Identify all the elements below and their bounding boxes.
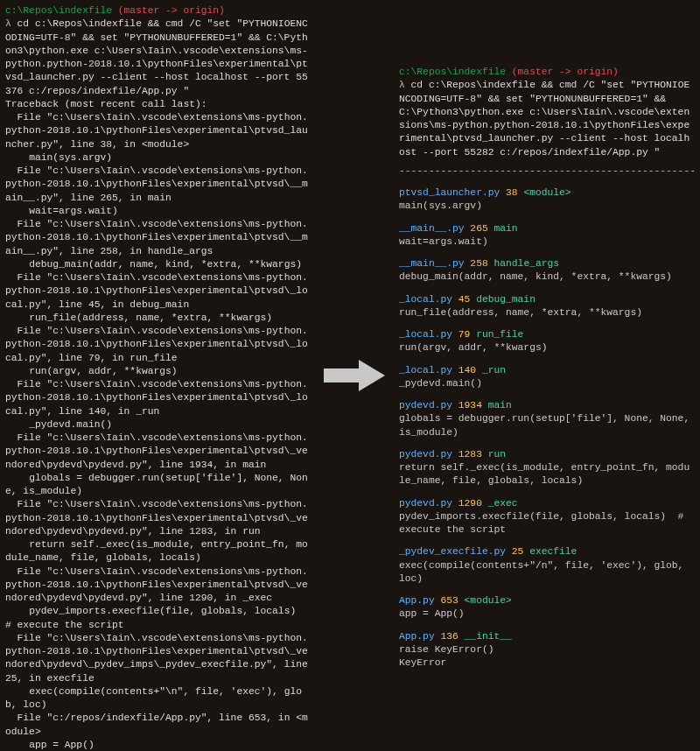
traceback-frames: File "c:\Users\Iain\.vscode\extensions\m… xyxy=(5,111,310,751)
clean-frame: _local.py 45 debug_mainrun_file(address,… xyxy=(399,293,695,320)
left-terminal-pane: c:\Repos\indexfile (master -> origin) λ … xyxy=(0,0,315,751)
file-link[interactable]: _local.py xyxy=(399,329,452,340)
function-name: run xyxy=(488,449,506,460)
line-number: 1934 xyxy=(458,400,482,411)
line-number: 79 xyxy=(458,329,471,340)
clean-frame: __main__.py 258 handle_argsdebug_main(ad… xyxy=(399,257,695,284)
function-name: debug_main xyxy=(476,294,536,305)
clean-frame-head: __main__.py 258 handle_args xyxy=(399,257,695,270)
line-number: 265 xyxy=(470,223,487,234)
file-link[interactable]: App.py xyxy=(399,595,435,606)
line-number: 1290 xyxy=(458,498,482,509)
clean-frame: _local.py 140 _run_pydevd.main() xyxy=(399,364,695,391)
clean-frame: _local.py 79 run_filerun(argv, addr, **k… xyxy=(399,328,695,355)
file-link[interactable]: _pydev_execfile.py xyxy=(399,546,506,557)
file-link[interactable]: ptvsd_launcher.py xyxy=(399,187,500,198)
clean-frame-head: ptvsd_launcher.py 38 <module> xyxy=(399,186,695,200)
clean-frame-src: exec(compile(contents+"/n", file, 'exec'… xyxy=(399,559,695,586)
clean-frame-src: _pydevd.main() xyxy=(399,377,695,390)
clean-frame-head: App.py 653 <module> xyxy=(399,594,695,607)
file-link[interactable]: __main__.py xyxy=(399,223,465,234)
arrow-column xyxy=(315,0,394,751)
traceback-frame: File "c:\Users\Iain\.vscode\extensions\m… xyxy=(5,218,310,271)
arrow-right-icon xyxy=(324,358,385,393)
function-name: handle_args xyxy=(494,258,559,269)
function-name: <module> xyxy=(523,187,570,198)
clean-frame: __main__.py 265 mainwait=args.wait) xyxy=(399,222,695,249)
clean-frame-head: __main__.py 265 main xyxy=(399,222,695,235)
traceback-frame: File "c:\Users\Iain\.vscode\extensions\m… xyxy=(5,632,310,712)
clean-frame: pydevd.py 1934 mainglobals = debugger.ru… xyxy=(399,399,695,439)
line-number: 258 xyxy=(470,258,487,269)
traceback-frame: File "c:\Users\Iain\.vscode\extensions\m… xyxy=(5,565,310,632)
divider-line: ----------------------------------------… xyxy=(399,165,695,178)
clean-frame-src: globals = debugger.run(setup['file'], No… xyxy=(399,412,695,439)
clean-frame-src: app = App() xyxy=(399,607,695,621)
file-link[interactable]: __main__.py xyxy=(399,258,465,269)
line-number: 45 xyxy=(458,294,471,305)
traceback-frame: File "c:\Users\Iain\.vscode\extensions\m… xyxy=(5,432,310,498)
line-number: 136 xyxy=(440,631,458,642)
clean-frame: pydevd.py 1283 runreturn self._exec(is_m… xyxy=(399,448,695,488)
clean-frame-head: App.py 136 __init__ xyxy=(399,630,695,643)
clean-frame-src: return self._exec(is_module, entry_point… xyxy=(399,461,695,488)
clean-frame: App.py 136 __init__raise KeyError() KeyE… xyxy=(399,630,695,670)
clean-frame-head: pydevd.py 1290 _exec xyxy=(399,497,695,510)
clean-frame-src: run_file(address, name, *extra, **kwargs… xyxy=(399,306,695,319)
prompt-line: c:\Repos\indexfile (master -> origin) xyxy=(399,66,695,79)
function-name: execfile xyxy=(529,546,577,557)
clean-frame-src: debug_main(addr, name, kind, *extra, **k… xyxy=(399,270,695,284)
traceback-header: Traceback (most recent call last): xyxy=(5,98,310,111)
prompt-line: c:\Repos\indexfile (master -> origin) xyxy=(5,4,310,18)
prompt-path: c:\Repos\indexfile xyxy=(5,5,112,16)
line-number: 653 xyxy=(440,595,458,606)
clean-frame-head: pydevd.py 1934 main xyxy=(399,399,695,412)
clean-frame-head: _local.py 79 run_file xyxy=(399,328,695,341)
traceback-frame: File "c:\Users\Iain\.vscode\extensions\m… xyxy=(5,271,310,325)
clean-frame-head: _local.py 140 _run xyxy=(399,364,695,377)
traceback-frame: File "c:/repos/indexfile/App.py", line 6… xyxy=(5,712,310,751)
traceback-frame: File "c:\Users\Iain\.vscode\extensions\m… xyxy=(5,165,310,218)
command-line-right: λ cd c:\Repos\indexfile && cmd /C "set "… xyxy=(399,79,695,159)
function-name: _run xyxy=(482,365,506,376)
function-name: main xyxy=(488,400,512,411)
function-name: _exec xyxy=(488,498,518,509)
clean-frame-head: _pydev_execfile.py 25 execfile xyxy=(399,545,695,558)
lambda-icon: λ xyxy=(5,18,11,29)
clean-frame-head: _local.py 45 debug_main xyxy=(399,293,695,306)
function-name: <module> xyxy=(465,595,512,606)
traceback-frame: File "c:\Users\Iain\.vscode\extensions\m… xyxy=(5,325,310,378)
clean-frame: App.py 653 <module>app = App() xyxy=(399,594,695,621)
traceback-frame: File "c:\Users\Iain\.vscode\extensions\m… xyxy=(5,111,310,165)
function-name: main xyxy=(494,223,517,234)
traceback-frame: File "c:\Users\Iain\.vscode\extensions\m… xyxy=(5,498,310,565)
file-link[interactable]: pydevd.py xyxy=(399,498,452,509)
line-number: 38 xyxy=(506,187,518,198)
clean-frame-src: wait=args.wait) xyxy=(399,235,695,249)
clean-frame: pydevd.py 1290 _execpydev_imports.execfi… xyxy=(399,497,695,537)
lambda-icon: λ xyxy=(399,80,405,90)
file-link[interactable]: pydevd.py xyxy=(399,449,452,460)
clean-frame-src: main(sys.argv) xyxy=(399,200,695,213)
clean-frame-src: pydev_imports.execfile(file, globals, lo… xyxy=(399,510,695,537)
traceback-frame: File "c:\Users\Iain\.vscode\extensions\m… xyxy=(5,378,310,432)
clean-frame-src: run(argv, addr, **kwargs) xyxy=(399,341,695,354)
file-link[interactable]: pydevd.py xyxy=(399,400,452,411)
clean-frame-src: raise KeyError() KeyError xyxy=(399,643,695,670)
function-name: run_file xyxy=(476,329,523,340)
clean-frame-head: pydevd.py 1283 run xyxy=(399,448,695,461)
line-number: 140 xyxy=(458,365,476,376)
command-line-left: λ cd c:\Repos\indexfile && cmd /C "set "… xyxy=(5,18,310,98)
svg-marker-0 xyxy=(324,360,385,391)
file-link[interactable]: _local.py xyxy=(399,294,452,305)
prompt-branch: (master -> origin) xyxy=(512,67,619,77)
clean-frame: _pydev_execfile.py 25 execfileexec(compi… xyxy=(399,545,695,586)
clean-traceback-frames: ptvsd_launcher.py 38 <module>main(sys.ar… xyxy=(399,186,695,670)
clean-frame: ptvsd_launcher.py 38 <module>main(sys.ar… xyxy=(399,186,695,214)
prompt-branch: (master -> origin) xyxy=(118,5,225,16)
prompt-path: c:\Repos\indexfile xyxy=(399,67,506,77)
line-number: 1283 xyxy=(458,449,482,460)
function-name: __init__ xyxy=(465,631,512,642)
file-link[interactable]: _local.py xyxy=(399,365,452,376)
file-link[interactable]: App.py xyxy=(399,631,435,642)
